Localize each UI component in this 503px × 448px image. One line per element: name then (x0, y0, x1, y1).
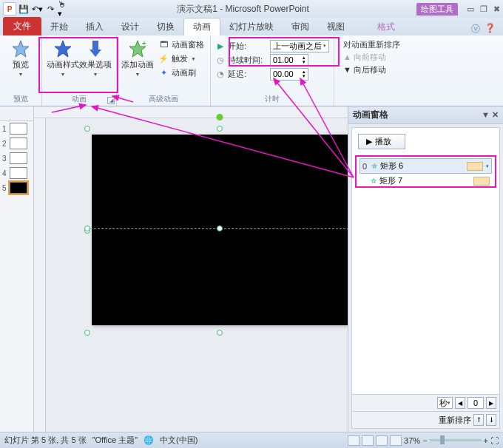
status-theme: "Office 主题" (92, 435, 138, 446)
tab-transitions[interactable]: 切换 (148, 18, 183, 35)
view-normal-icon[interactable] (348, 435, 359, 446)
duration-clock-icon: ◷ (215, 55, 226, 65)
anim-item-2[interactable]: ✮ 矩形 7 (359, 174, 492, 188)
status-bar: 幻灯片 第 5 张, 共 5 张 "Office 主题" 🌐 中文(中国) 37… (0, 432, 503, 448)
tab-file[interactable]: 文件 (3, 17, 41, 35)
view-slideshow-icon[interactable] (390, 435, 402, 446)
slide-thumbnails: 1 2 3 4 5 (0, 106, 34, 432)
start-select[interactable]: 上一动画之后▾ (270, 40, 329, 52)
animation-pane: 动画窗格 ▼ ✕ ▶播放 0 ✮ 矩形 6 ▾ ✮ 矩形 7 (348, 106, 503, 432)
tab-design[interactable]: 设计 (112, 18, 148, 35)
ribbon-tabs: 文件 开始 插入 设计 切换 动画 幻灯片放映 审阅 视图 格式 ⓥ ❓ (0, 18, 503, 35)
start-label: 开始: (228, 41, 268, 52)
tab-home[interactable]: 开始 (41, 18, 77, 35)
handle-mid-c[interactable] (217, 225, 223, 231)
window-title: 演示文稿1 - Microsoft PowerPoint (70, 3, 416, 16)
painter-icon: ✦ (158, 67, 169, 78)
view-sorter-icon[interactable] (362, 435, 374, 446)
undo-icon[interactable]: ↶▾ (31, 3, 43, 15)
qat-more-icon[interactable]: 🖰▾ (58, 3, 70, 15)
group-preview: 预览▼ 预览 (0, 35, 42, 106)
group-label-animation: 动画 (72, 94, 87, 106)
thumb-header (0, 109, 33, 121)
animation-dialog-launcher[interactable]: ◢ (107, 97, 115, 104)
thumb-3[interactable]: 3 (0, 151, 33, 166)
thumb-4[interactable]: 4 (0, 166, 33, 180)
preview-button[interactable]: 预览▼ (4, 38, 37, 79)
animation-pane-button[interactable]: 🗔动画窗格 (157, 38, 206, 51)
zoom-out-icon[interactable]: − (422, 436, 427, 445)
handle-nw[interactable] (84, 126, 90, 132)
seconds-select[interactable]: 秒 ▾ (437, 397, 453, 409)
reorder-up-icon[interactable]: 🠕 (473, 414, 484, 426)
group-label-preview: 预览 (4, 94, 37, 106)
thumb-2[interactable]: 2 (0, 136, 33, 151)
add-animation-icon: + (127, 38, 148, 59)
save-icon[interactable]: 💾 (18, 3, 30, 15)
ruler-vertical (34, 118, 46, 432)
delay-clock-icon: ◔ (215, 69, 226, 79)
status-slide-info: 幻灯片 第 5 张, 共 5 张 (4, 435, 87, 446)
zoom-value[interactable]: 37% (404, 436, 420, 445)
tab-slideshow[interactable]: 幻灯片放映 (220, 18, 283, 35)
timeline-right-icon[interactable]: ▶ (486, 397, 496, 409)
delay-label: 延迟: (228, 69, 268, 80)
tab-format[interactable]: 格式 (368, 18, 404, 35)
view-reading-icon[interactable] (376, 435, 388, 446)
duration-label: 持续时间: (228, 55, 268, 66)
svg-marker-0 (13, 41, 29, 57)
status-language: 中文(中国) (160, 435, 198, 446)
close-icon[interactable]: ✖ (493, 4, 500, 14)
zoom-slider[interactable] (430, 439, 482, 441)
timeline-value[interactable]: 0 (467, 397, 484, 409)
anim-item-menu[interactable]: ▾ (486, 163, 489, 169)
effect-arrow-icon (85, 38, 106, 59)
help-icon[interactable]: ❓ (485, 23, 496, 35)
zoom-fit-icon[interactable]: ⛶ (490, 436, 499, 445)
anim-entry-icon: ✮ (371, 162, 377, 170)
animation-star-icon (53, 38, 73, 59)
handle-sw[interactable] (84, 330, 90, 336)
rotate-handle[interactable] (217, 114, 223, 121)
contextual-tab-label: 绘图工具 (416, 3, 458, 16)
group-animation: 动画样式▼ 效果选项▼ 动画 ◢ (42, 35, 117, 106)
duration-input[interactable]: 01.00▴▾ (270, 54, 308, 67)
handle-s[interactable] (217, 330, 223, 336)
animation-painter-button[interactable]: ✦动画刷 (157, 66, 206, 79)
animation-pane-title: 动画窗格 ▼ ✕ (348, 106, 503, 124)
svg-rect-2 (92, 41, 98, 50)
app-icon[interactable]: P (3, 2, 16, 16)
status-lang-icon[interactable]: 🌐 (144, 435, 154, 445)
reorder-down-icon[interactable]: 🠗 (486, 414, 496, 426)
pane-menu-icon[interactable]: ▼ ✕ (482, 110, 499, 120)
tab-animations[interactable]: 动画 (183, 18, 220, 35)
quick-access-toolbar: P 💾 ↶▾ ↷ 🖰▾ (3, 2, 70, 16)
preview-star-icon (10, 38, 31, 59)
tab-insert[interactable]: 插入 (77, 18, 112, 35)
handle-n[interactable] (217, 126, 223, 132)
anim-item-1[interactable]: 0 ✮ 矩形 6 ▾ (359, 158, 492, 174)
start-play-icon: ▶ (215, 41, 226, 51)
ribbon-minimize-icon[interactable]: ⓥ (471, 23, 480, 35)
zoom-in-icon[interactable]: + (484, 436, 488, 445)
group-reorder: 对动画重新排序 ▲ 向前移动 ▼ 向后移动 (334, 35, 409, 106)
annotation-highlight-list: 0 ✮ 矩形 6 ▾ ✮ 矩形 7 (355, 155, 496, 188)
timeline-left-icon[interactable]: ◀ (455, 397, 465, 409)
thumb-1[interactable]: 1 (0, 121, 33, 136)
tab-review[interactable]: 审阅 (283, 18, 318, 35)
play-icon: ▶ (366, 137, 372, 146)
selection-handles (87, 129, 348, 333)
move-later-button[interactable]: ▼ 向后移动 (343, 64, 400, 75)
move-earlier-button[interactable]: ▲ 向前移动 (343, 52, 400, 63)
delay-input[interactable]: 00.00▴▾ (270, 68, 308, 81)
minimize-icon[interactable]: ▭ (467, 4, 474, 14)
redo-icon[interactable]: ↷ (44, 3, 56, 15)
thumb-5[interactable]: 5 (0, 180, 33, 195)
svg-text:+: + (142, 39, 146, 47)
restore-icon[interactable]: ❐ (480, 4, 487, 14)
slide-canvas[interactable] (34, 106, 348, 432)
anim-timeline-bar (467, 162, 483, 171)
play-button[interactable]: ▶播放 (358, 134, 405, 149)
tab-view[interactable]: 视图 (318, 18, 354, 35)
trigger-button[interactable]: ⚡触发 ▼ (157, 52, 206, 65)
